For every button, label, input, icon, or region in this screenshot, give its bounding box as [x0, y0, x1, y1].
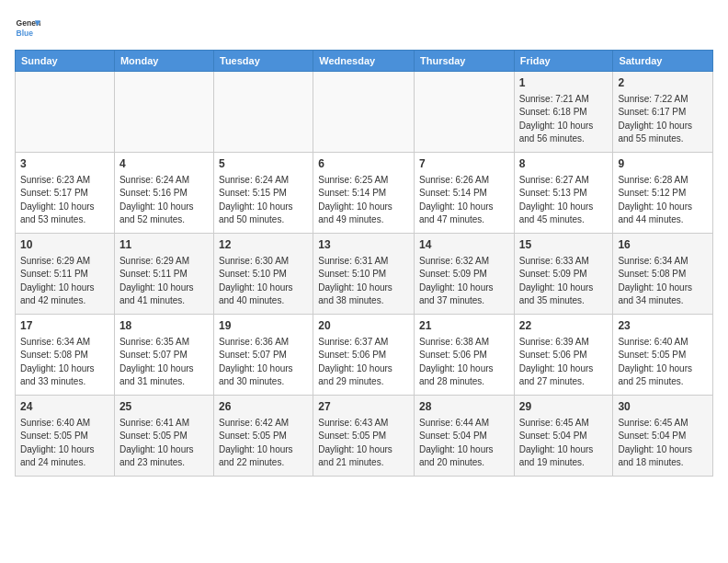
day-number: 3 [20, 156, 109, 172]
calendar-cell: 3Sunrise: 6:23 AM Sunset: 5:17 PM Daylig… [16, 153, 115, 234]
calendar-cell: 19Sunrise: 6:36 AM Sunset: 5:07 PM Dayli… [214, 315, 313, 396]
day-number: 6 [318, 156, 409, 172]
weekday-tuesday: Tuesday [214, 51, 313, 72]
weekday-thursday: Thursday [414, 51, 514, 72]
day-info: Sunrise: 6:31 AM Sunset: 5:10 PM Dayligh… [318, 255, 409, 308]
week-row-4: 17Sunrise: 6:34 AM Sunset: 5:08 PM Dayli… [16, 315, 713, 396]
calendar-cell: 22Sunrise: 6:39 AM Sunset: 5:06 PM Dayli… [514, 315, 613, 396]
calendar-cell: 11Sunrise: 6:29 AM Sunset: 5:11 PM Dayli… [114, 234, 213, 315]
weekday-friday: Friday [514, 51, 613, 72]
day-number: 30 [618, 399, 708, 415]
day-info: Sunrise: 6:28 AM Sunset: 5:12 PM Dayligh… [618, 174, 708, 227]
calendar-cell: 28Sunrise: 6:44 AM Sunset: 5:04 PM Dayli… [414, 396, 514, 477]
day-number: 15 [519, 237, 609, 253]
calendar-cell: 17Sunrise: 6:34 AM Sunset: 5:08 PM Dayli… [16, 315, 115, 396]
calendar-cell [313, 72, 415, 153]
calendar-cell: 1Sunrise: 7:21 AM Sunset: 6:18 PM Daylig… [514, 72, 613, 153]
day-number: 21 [419, 318, 509, 334]
calendar-cell: 25Sunrise: 6:41 AM Sunset: 5:05 PM Dayli… [114, 396, 213, 477]
calendar-cell: 21Sunrise: 6:38 AM Sunset: 5:06 PM Dayli… [414, 315, 514, 396]
weekday-header-row: SundayMondayTuesdayWednesdayThursdayFrid… [16, 51, 713, 72]
week-row-5: 24Sunrise: 6:40 AM Sunset: 5:05 PM Dayli… [16, 396, 713, 477]
calendar-cell: 29Sunrise: 6:45 AM Sunset: 5:04 PM Dayli… [514, 396, 613, 477]
day-info: Sunrise: 6:26 AM Sunset: 5:14 PM Dayligh… [419, 174, 509, 227]
calendar-cell: 14Sunrise: 6:32 AM Sunset: 5:09 PM Dayli… [414, 234, 514, 315]
day-number: 19 [219, 318, 308, 334]
day-number: 2 [618, 75, 708, 91]
calendar-cell: 30Sunrise: 6:45 AM Sunset: 5:04 PM Dayli… [613, 396, 713, 477]
day-info: Sunrise: 6:42 AM Sunset: 5:05 PM Dayligh… [219, 417, 308, 470]
calendar-cell: 26Sunrise: 6:42 AM Sunset: 5:05 PM Dayli… [214, 396, 313, 477]
svg-text:Blue: Blue [17, 29, 34, 38]
weekday-monday: Monday [114, 51, 213, 72]
calendar-cell: 2Sunrise: 7:22 AM Sunset: 6:17 PM Daylig… [613, 72, 713, 153]
calendar-cell [114, 72, 213, 153]
day-number: 29 [519, 399, 609, 415]
day-info: Sunrise: 6:30 AM Sunset: 5:10 PM Dayligh… [219, 255, 308, 308]
page: General Blue SundayMondayTuesdayWednesda… [0, 0, 728, 563]
day-number: 24 [20, 399, 109, 415]
day-info: Sunrise: 6:36 AM Sunset: 5:07 PM Dayligh… [219, 336, 308, 389]
calendar-cell: 5Sunrise: 6:24 AM Sunset: 5:15 PM Daylig… [214, 153, 313, 234]
week-row-3: 10Sunrise: 6:29 AM Sunset: 5:11 PM Dayli… [16, 234, 713, 315]
calendar-cell: 27Sunrise: 6:43 AM Sunset: 5:05 PM Dayli… [313, 396, 415, 477]
header: General Blue [15, 15, 713, 40]
calendar-cell: 12Sunrise: 6:30 AM Sunset: 5:10 PM Dayli… [214, 234, 313, 315]
day-number: 16 [618, 237, 708, 253]
day-info: Sunrise: 6:24 AM Sunset: 5:16 PM Dayligh… [119, 174, 209, 227]
week-row-2: 3Sunrise: 6:23 AM Sunset: 5:17 PM Daylig… [16, 153, 713, 234]
day-number: 11 [119, 237, 209, 253]
day-info: Sunrise: 7:21 AM Sunset: 6:18 PM Dayligh… [519, 93, 609, 146]
day-number: 8 [519, 156, 609, 172]
day-info: Sunrise: 6:44 AM Sunset: 5:04 PM Dayligh… [419, 417, 509, 470]
calendar-cell: 8Sunrise: 6:27 AM Sunset: 5:13 PM Daylig… [514, 153, 613, 234]
day-number: 4 [119, 156, 209, 172]
day-info: Sunrise: 6:45 AM Sunset: 5:04 PM Dayligh… [618, 417, 708, 470]
calendar-cell [214, 72, 313, 153]
day-number: 12 [219, 237, 308, 253]
day-info: Sunrise: 6:34 AM Sunset: 5:08 PM Dayligh… [618, 255, 708, 308]
day-info: Sunrise: 6:35 AM Sunset: 5:07 PM Dayligh… [119, 336, 209, 389]
calendar-cell: 16Sunrise: 6:34 AM Sunset: 5:08 PM Dayli… [613, 234, 713, 315]
day-number: 17 [20, 318, 109, 334]
day-info: Sunrise: 6:24 AM Sunset: 5:15 PM Dayligh… [219, 174, 308, 227]
calendar-cell: 7Sunrise: 6:26 AM Sunset: 5:14 PM Daylig… [414, 153, 514, 234]
day-number: 26 [219, 399, 308, 415]
week-row-1: 1Sunrise: 7:21 AM Sunset: 6:18 PM Daylig… [16, 72, 713, 153]
day-info: Sunrise: 6:40 AM Sunset: 5:05 PM Dayligh… [618, 336, 708, 389]
weekday-wednesday: Wednesday [313, 51, 415, 72]
day-info: Sunrise: 6:27 AM Sunset: 5:13 PM Dayligh… [519, 174, 609, 227]
day-number: 9 [618, 156, 708, 172]
calendar-cell: 4Sunrise: 6:24 AM Sunset: 5:16 PM Daylig… [114, 153, 213, 234]
day-number: 5 [219, 156, 308, 172]
calendar-cell: 24Sunrise: 6:40 AM Sunset: 5:05 PM Dayli… [16, 396, 115, 477]
day-info: Sunrise: 6:45 AM Sunset: 5:04 PM Dayligh… [519, 417, 609, 470]
day-number: 20 [318, 318, 409, 334]
weekday-saturday: Saturday [613, 51, 713, 72]
day-number: 23 [618, 318, 708, 334]
day-info: Sunrise: 6:29 AM Sunset: 5:11 PM Dayligh… [20, 255, 109, 308]
day-info: Sunrise: 6:25 AM Sunset: 5:14 PM Dayligh… [318, 174, 409, 227]
day-info: Sunrise: 6:39 AM Sunset: 5:06 PM Dayligh… [519, 336, 609, 389]
calendar-cell: 13Sunrise: 6:31 AM Sunset: 5:10 PM Dayli… [313, 234, 415, 315]
day-number: 22 [519, 318, 609, 334]
day-info: Sunrise: 6:33 AM Sunset: 5:09 PM Dayligh… [519, 255, 609, 308]
day-number: 13 [318, 237, 409, 253]
day-info: Sunrise: 6:34 AM Sunset: 5:08 PM Dayligh… [20, 336, 109, 389]
calendar-cell: 18Sunrise: 6:35 AM Sunset: 5:07 PM Dayli… [114, 315, 213, 396]
day-number: 25 [119, 399, 209, 415]
day-info: Sunrise: 6:40 AM Sunset: 5:05 PM Dayligh… [20, 417, 109, 470]
day-number: 1 [519, 75, 609, 91]
calendar-cell [16, 72, 115, 153]
calendar: SundayMondayTuesdayWednesdayThursdayFrid… [15, 50, 713, 477]
day-info: Sunrise: 7:22 AM Sunset: 6:17 PM Dayligh… [618, 93, 708, 146]
calendar-cell: 6Sunrise: 6:25 AM Sunset: 5:14 PM Daylig… [313, 153, 415, 234]
day-info: Sunrise: 6:32 AM Sunset: 5:09 PM Dayligh… [419, 255, 509, 308]
weekday-sunday: Sunday [16, 51, 115, 72]
logo-icon: General Blue [15, 15, 40, 40]
day-number: 10 [20, 237, 109, 253]
day-info: Sunrise: 6:38 AM Sunset: 5:06 PM Dayligh… [419, 336, 509, 389]
day-number: 28 [419, 399, 509, 415]
day-info: Sunrise: 6:23 AM Sunset: 5:17 PM Dayligh… [20, 174, 109, 227]
day-number: 18 [119, 318, 209, 334]
